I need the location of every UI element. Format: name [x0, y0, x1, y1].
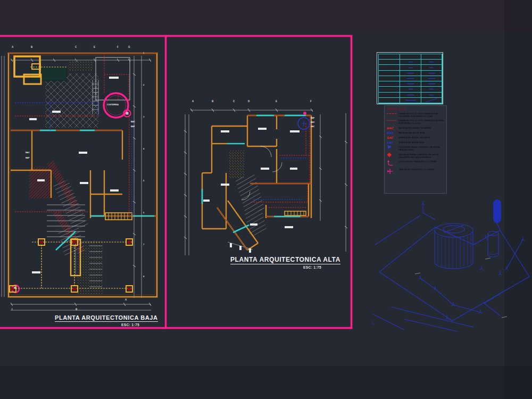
- grid-letter: A: [125, 299, 127, 302]
- table-cell-mark: [426, 98, 437, 103]
- benchmark-m-label: M: [14, 287, 16, 289]
- table-cell: [379, 81, 400, 87]
- legend-item: LINEA DE PVC O CPVC PARA AGUA CALIENTE P…: [387, 112, 444, 118]
- grid-letter: F: [117, 46, 119, 49]
- table-cell-mark: [407, 78, 414, 79]
- tee-symbol: [387, 168, 398, 174]
- table-cell: [379, 93, 400, 98]
- saf-symbol: SAF: [387, 141, 399, 144]
- grid-letter: A: [192, 101, 194, 103]
- plumbing-legend: SIMBOLOGIA LINEA DE PVC O CPVC PARA AGUA…: [384, 105, 447, 194]
- table-cell: [400, 93, 421, 98]
- table-cell-mark: [428, 84, 435, 84]
- fixture-table-grid: [378, 54, 443, 104]
- grid-letter: C: [233, 101, 235, 103]
- ground-floor-plan-drawing: [0, 43, 162, 327]
- canvas-bottom-band: [0, 366, 532, 399]
- upper-plan-boiler-symbol: [298, 112, 310, 129]
- grid-letter: F: [310, 101, 312, 103]
- upper-plan-hatches: [229, 151, 267, 237]
- grid-number: 4: [143, 148, 144, 150]
- sheet-frame-divider: [165, 35, 167, 329]
- riser-label: SAC: [311, 126, 314, 128]
- legend-item: BAF BAJADA DE AGUA FRIA: [387, 131, 444, 135]
- legend-item: SAF SUBIDA DE AGUA FRIA: [387, 141, 444, 144]
- riser-label: BAC: [311, 122, 315, 124]
- upper-plan-dimensions: [184, 109, 347, 255]
- grid-letter: E: [276, 101, 277, 103]
- elbow-symbol: [387, 160, 398, 167]
- isometric-pipes: [372, 204, 529, 331]
- table-cell-mark: [428, 73, 435, 73]
- table-cell-mark: [429, 68, 434, 68]
- table-cell: [379, 76, 400, 81]
- table-cell: [379, 87, 400, 92]
- table-cell: [379, 65, 400, 70]
- isometric-diagram: [372, 194, 532, 332]
- upper-floor-plan-drawing: [170, 98, 351, 274]
- grid-number: 1: [143, 52, 144, 54]
- table-cell: [400, 60, 421, 65]
- table-cell: [421, 93, 442, 98]
- table-cell: [421, 98, 442, 103]
- table-cell: [379, 60, 400, 65]
- fixture-table: [377, 52, 443, 104]
- legend-item: BAC BAJADA DE AGUA CALIENTE: [387, 127, 444, 130]
- grid-number: 6: [143, 212, 144, 214]
- grid-letter: B: [212, 101, 213, 103]
- table-cell-mark: [429, 89, 434, 89]
- baf-label: BAF: [131, 126, 135, 128]
- table-cell: [400, 71, 421, 76]
- bac-label: BAC: [131, 121, 135, 123]
- water-column-symbol: [387, 146, 398, 149]
- table-cell-mark: [429, 62, 434, 62]
- upper-plan-scale: ESC: 1:75: [303, 265, 321, 269]
- table-cell: [421, 54, 442, 60]
- table-cell: [400, 65, 421, 70]
- grid-letter: I: [12, 309, 12, 311]
- grid-number: 3: [143, 116, 144, 118]
- legend-title: SIMBOLOGIA: [387, 107, 444, 111]
- sheet-frame-bottom: [0, 327, 352, 329]
- table-cell-mark: [408, 89, 412, 89]
- isometric-cistern: [435, 223, 473, 269]
- table-cell: [421, 76, 442, 81]
- table-cell-mark: [407, 73, 414, 73]
- baf-symbol: BAF: [387, 131, 399, 135]
- table-cell: [400, 87, 421, 92]
- table-cell-mark: [408, 68, 412, 68]
- valve-symbol: [387, 153, 398, 156]
- table-cell: [379, 54, 400, 60]
- ground-plan-title: PLANTA ARQUITECTONICA BAJA: [55, 314, 158, 322]
- grid-letter: D: [248, 101, 250, 103]
- table-cell: [421, 87, 442, 92]
- table-cell-mark: [407, 95, 414, 95]
- bac-label: BAC: [26, 152, 30, 154]
- grid-letter: B: [31, 46, 32, 49]
- ground-plan-scale: ESC: 1:75: [121, 323, 139, 327]
- table-cell-mark: [405, 100, 415, 101]
- ground-plan-hatches: [29, 60, 103, 296]
- grid-number: 2: [143, 84, 144, 86]
- table-cell: [421, 65, 442, 70]
- legend-item: VALVULA PARA CONTROL DE AGUA CALIENTE EN…: [387, 153, 444, 159]
- legend-item: LINEA DE PVC O CPVC PARA AGUA FRIA POR M…: [387, 119, 444, 124]
- legend-item: COLUMNA PARA CONTROL DE AGUA FRIA DE PAS…: [387, 146, 444, 151]
- sac-symbol: SAC: [387, 136, 399, 139]
- table-cell-mark: [407, 84, 414, 84]
- table-cell-mark: [428, 78, 435, 79]
- grid-number: 5: [143, 180, 144, 182]
- table-cell: [379, 98, 400, 103]
- canvas-top-band: [0, 0, 532, 33]
- table-cell: [400, 98, 421, 103]
- cold-water-line-symbol: [387, 119, 398, 121]
- table-cell: [400, 81, 421, 87]
- riser-label: BAF: [311, 118, 314, 120]
- table-cell: [421, 60, 442, 65]
- grid-letter: B: [76, 309, 77, 311]
- table-cell: [421, 71, 442, 76]
- bac-symbol: BAC: [387, 127, 399, 130]
- isometric-annotations: [415, 258, 507, 318]
- table-cell: [379, 71, 400, 76]
- upper-plan-title: PLANTA ARQUITECTONICA ALTA: [230, 256, 340, 264]
